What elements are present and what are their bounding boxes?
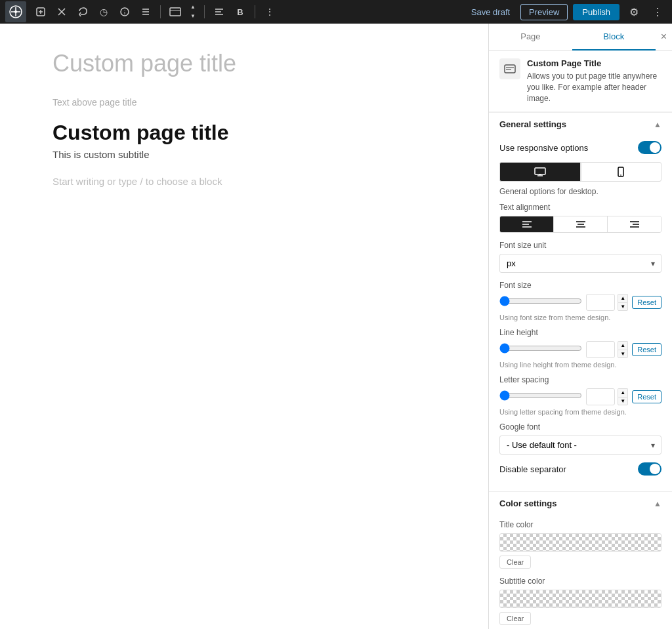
font-size-slider[interactable] (499, 296, 582, 306)
color-settings-content: Title color Clear Subtitle color Clear (489, 515, 672, 629)
device-hint: General options for desktop. (499, 187, 662, 196)
line-height-row: ▲ ▼ Reset (499, 341, 662, 358)
settings-button[interactable]: ⚙ (625, 3, 643, 21)
font-size-stepper: ▲ ▼ (618, 294, 628, 311)
tab-page[interactable]: Page (489, 24, 572, 51)
letter-spacing-decrement[interactable]: ▼ (618, 397, 628, 405)
disable-separator-row: Disable separator (499, 462, 662, 476)
font-size-row: ▲ ▼ Reset (499, 294, 662, 311)
font-size-decrement[interactable]: ▼ (618, 302, 628, 311)
line-height-reset-button[interactable]: Reset (632, 343, 662, 356)
layout-button[interactable] (166, 3, 184, 21)
undo-button[interactable] (74, 3, 92, 21)
block-icon (499, 58, 520, 79)
block-info-description: Allows you to put page title anywhere yo… (527, 71, 662, 104)
line-height-slider-wrap (499, 343, 582, 356)
preview-button[interactable]: Preview (520, 4, 568, 20)
increment-button[interactable]: ▲ (187, 3, 199, 12)
block-info-title: Custom Page Title (527, 58, 662, 68)
font-size-slider-wrap (499, 296, 582, 309)
save-draft-button[interactable]: Save draft (466, 5, 515, 20)
add-block-button[interactable] (32, 3, 50, 21)
color-settings-chevron: ▲ (654, 499, 662, 508)
toolbar: ◷ i ▲ ▼ B ⋮ Save draft Preview Publish ⚙… (0, 0, 672, 24)
main-area: Custom page title Text above page title … (0, 24, 672, 629)
custom-page-title[interactable]: Custom page title (52, 121, 436, 145)
line-height-input-wrap: ▲ ▼ (586, 341, 628, 358)
info-button[interactable]: i (116, 3, 134, 21)
toolbar-left: ◷ i ▲ ▼ B ⋮ (5, 1, 463, 22)
general-settings-header[interactable]: General settings ▲ (489, 112, 672, 136)
stepper-buttons: ▲ ▼ (187, 3, 199, 21)
color-settings-title: Color settings (499, 498, 556, 508)
close-sidebar-button[interactable]: × (656, 24, 672, 50)
line-height-input[interactable] (586, 341, 615, 358)
bold-button[interactable]: B (231, 3, 249, 21)
responsive-toggle[interactable] (638, 141, 662, 154)
svg-rect-15 (505, 65, 515, 73)
subtitle-color-swatch[interactable] (499, 590, 662, 608)
block-info-text: Custom Page Title Allows you to put page… (527, 58, 662, 104)
letter-spacing-increment[interactable]: ▲ (618, 388, 628, 397)
letter-spacing-slider[interactable] (499, 390, 582, 401)
line-height-slider[interactable] (499, 343, 582, 354)
block-placeholder[interactable]: Start writing or type / to choose a bloc… (52, 176, 436, 187)
letter-spacing-reset-button[interactable]: Reset (632, 390, 662, 403)
more-menu-button[interactable]: ⋮ (648, 3, 667, 21)
redo-button[interactable]: ◷ (94, 3, 113, 21)
toolbar-divider-2 (204, 5, 205, 18)
google-font-label: Google font (499, 422, 662, 432)
svg-text:i: i (124, 9, 126, 16)
disable-separator-toggle[interactable] (638, 462, 662, 476)
align-left-button[interactable] (500, 216, 554, 232)
svg-point-1 (14, 10, 17, 13)
line-height-increment[interactable]: ▲ (618, 341, 628, 350)
title-color-swatch[interactable] (499, 533, 662, 552)
general-settings-chevron: ▲ (654, 120, 662, 129)
letter-spacing-slider-wrap (499, 390, 582, 403)
align-right-button[interactable] (608, 216, 661, 232)
letter-spacing-input[interactable] (586, 388, 615, 405)
sidebar-tabs: Page Block × (489, 24, 672, 51)
font-size-increment[interactable]: ▲ (618, 294, 628, 302)
subtitle-color-clear-button[interactable]: Clear (499, 612, 531, 625)
title-color-clear-button[interactable]: Clear (499, 556, 531, 569)
responsive-label: Use responsive options (499, 143, 588, 153)
font-size-unit-label: Font size unit (499, 241, 662, 250)
font-size-label: Font size (499, 281, 662, 290)
desktop-device-button[interactable] (499, 162, 581, 182)
publish-button[interactable]: Publish (573, 4, 620, 20)
align-center-button[interactable] (554, 216, 608, 232)
mobile-device-button[interactable] (581, 162, 662, 182)
letter-spacing-label: Letter spacing (499, 375, 662, 384)
decrement-button[interactable]: ▼ (187, 12, 199, 21)
font-size-unit-select[interactable]: px em rem (499, 254, 662, 273)
general-settings-title: General settings (499, 119, 566, 129)
align-button[interactable] (210, 3, 228, 21)
tools-button[interactable] (52, 3, 71, 21)
font-size-reset-button[interactable]: Reset (632, 296, 662, 309)
custom-subtitle[interactable]: This is custom subtitle (52, 149, 436, 160)
font-size-unit-select-wrap: px em rem (499, 254, 662, 273)
letter-spacing-hint: Using letter spacing from theme design. (499, 408, 662, 416)
disable-separator-knob (650, 464, 660, 474)
more-options-button[interactable]: ⋮ (261, 3, 279, 21)
font-size-input[interactable] (586, 294, 615, 311)
color-settings-header[interactable]: Color settings ▲ (489, 491, 672, 515)
line-height-decrement[interactable]: ▼ (618, 350, 628, 358)
font-size-hint: Using font size from theme design. (499, 314, 662, 321)
tab-block[interactable]: Block (572, 24, 656, 51)
google-font-select-wrap: - Use default font - (499, 436, 662, 455)
wp-logo[interactable] (5, 1, 26, 22)
disable-separator-label: Disable separator (499, 464, 566, 474)
list-view-button[interactable] (136, 3, 155, 21)
svg-rect-18 (535, 168, 545, 174)
svg-point-22 (620, 175, 621, 176)
google-font-select[interactable]: - Use default font - (499, 436, 662, 455)
right-sidebar: Page Block × Custom Page Title Allows yo… (488, 24, 672, 629)
general-settings-content: Use responsive options General options f… (489, 136, 672, 491)
alignment-buttons (499, 216, 662, 233)
toggle-knob (650, 142, 660, 153)
line-height-label: Line height (499, 328, 662, 337)
toolbar-right: Save draft Preview Publish ⚙ ⋮ (466, 3, 667, 21)
